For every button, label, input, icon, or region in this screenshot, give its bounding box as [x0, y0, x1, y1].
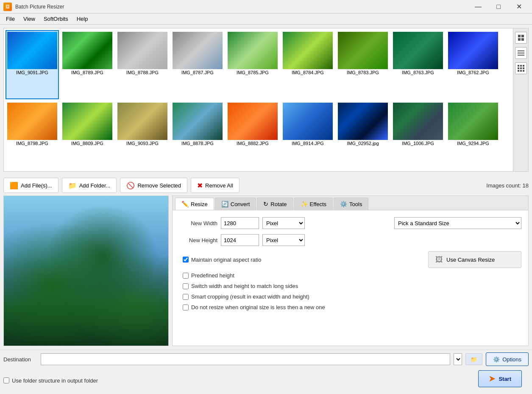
svg-rect-0	[518, 35, 521, 37]
svg-rect-3	[521, 38, 524, 41]
tab-rotate[interactable]: ↻ Rotate	[257, 198, 293, 210]
effects-tab-label: Effects	[310, 201, 327, 207]
list-item[interactable]: IMG_8882.JPG	[226, 101, 279, 170]
switch-width-height-checkbox[interactable]	[183, 283, 189, 289]
view-grid-button[interactable]	[515, 62, 527, 74]
maintain-aspect-row: Maintain original aspect ratio 🖼 Use Can…	[179, 251, 521, 268]
resize-tab-icon: ✏️	[181, 201, 189, 207]
no-resize-checkbox[interactable]	[183, 305, 189, 310]
image-filename: IMG_8785.JPG	[237, 70, 269, 75]
smart-cropping-row: Smart cropping (result in exact width an…	[179, 293, 521, 300]
new-height-unit-select[interactable]: Pixel Percent Inch cm	[262, 234, 305, 246]
list-item[interactable]: IMG_8789.JPG	[61, 30, 114, 99]
image-filename: IMG_8788.JPG	[126, 70, 159, 75]
list-item[interactable]: IMG_9091.JPG	[6, 30, 59, 99]
menu-view[interactable]: View	[19, 15, 39, 23]
start-label: Start	[499, 376, 511, 382]
image-filename: IMG_8763.JPG	[402, 70, 434, 75]
list-item[interactable]: IMG_8762.JPG	[446, 30, 500, 99]
new-width-label: New Width	[179, 220, 217, 226]
list-item[interactable]: IMG_8787.JPG	[171, 30, 224, 99]
options-label: Options	[502, 356, 521, 363]
menu-softorbits[interactable]: SoftOrbits	[39, 15, 72, 23]
image-grid-container: IMG_9091.JPGIMG_8789.JPGIMG_8788.JPGIMG_…	[3, 28, 529, 172]
svg-rect-6	[518, 55, 524, 56]
image-filename: IMG_02952.jpg	[347, 141, 379, 146]
no-resize-label[interactable]: Do not resize when original size is less…	[191, 304, 325, 310]
destination-input[interactable]	[41, 353, 450, 365]
svg-rect-12	[523, 67, 524, 69]
toolbar: 🟧 Add File(s)... 📁 Add Folder... 🚫 Remov…	[0, 175, 532, 196]
window-controls: — □ ✕	[468, 0, 529, 14]
svg-rect-7	[518, 65, 519, 67]
maintain-aspect-label[interactable]: Maintain original aspect ratio	[191, 257, 261, 263]
list-item[interactable]: IMG_8878.JPG	[171, 101, 224, 170]
options-button[interactable]: ⚙️ Options	[486, 352, 529, 366]
predefined-height-label[interactable]: Predefined height	[191, 272, 234, 279]
view-list-button[interactable]	[515, 47, 527, 59]
list-item[interactable]: IMG_02952.jpg	[336, 101, 390, 170]
list-item[interactable]: IMG_8783.JPG	[336, 30, 390, 99]
svg-rect-1	[521, 35, 524, 37]
menu-file[interactable]: File	[2, 15, 19, 23]
list-item[interactable]: IMG_8809.JPG	[61, 101, 114, 170]
remove-selected-button[interactable]: 🚫 Remove Selected	[120, 178, 187, 193]
footer-row: Use folder structure in output folder ➤ …	[0, 369, 532, 394]
standard-size-select[interactable]: Pick a Standard Size 640 x 480 800 x 600…	[394, 217, 521, 229]
image-thumbnail	[393, 103, 443, 140]
list-item[interactable]: IMG_8763.JPG	[391, 30, 445, 99]
list-item[interactable]: IMG_8914.JPG	[281, 101, 334, 170]
menubar: File View SoftOrbits Help	[0, 14, 532, 25]
main-content: IMG_9091.JPGIMG_8789.JPGIMG_8788.JPGIMG_…	[0, 25, 532, 394]
image-filename: IMG_8798.JPG	[16, 141, 48, 146]
new-width-unit-select[interactable]: Pixel Percent Inch cm	[262, 217, 305, 229]
smart-cropping-label[interactable]: Smart cropping (result in exact width an…	[191, 293, 309, 300]
image-filename: IMG_8762.JPG	[457, 70, 489, 75]
image-thumbnail	[228, 103, 278, 140]
list-item[interactable]: IMG_9294.JPG	[446, 101, 500, 170]
folder-structure-checkbox[interactable]	[3, 377, 9, 383]
list-item[interactable]: IMG_8785.JPG	[226, 30, 279, 99]
menu-help[interactable]: Help	[72, 15, 92, 23]
app-icon: 🖼	[3, 3, 12, 11]
canvas-resize-label: Use Canvas Resize	[446, 257, 495, 263]
list-item[interactable]: IMG_1006.JPG	[391, 101, 445, 170]
close-button[interactable]: ✕	[509, 0, 529, 14]
new-width-input[interactable]	[221, 217, 259, 229]
start-button[interactable]: ➤ Start	[478, 370, 522, 387]
image-thumbnail	[7, 32, 57, 69]
svg-rect-13	[518, 70, 519, 72]
list-item[interactable]: IMG_9093.JPG	[116, 101, 169, 170]
browse-button[interactable]: 📁	[465, 353, 482, 365]
minimize-button[interactable]: —	[468, 0, 488, 14]
convert-tab-label: Convert	[231, 201, 250, 207]
remove-selected-label: Remove Selected	[137, 182, 181, 189]
list-item[interactable]: IMG_8798.JPG	[6, 101, 59, 170]
view-thumbnails-button[interactable]	[515, 32, 527, 44]
remove-all-button[interactable]: ✖ Remove All	[191, 178, 240, 193]
smart-cropping-checkbox[interactable]	[183, 294, 189, 300]
image-thumbnail	[117, 103, 167, 140]
tab-convert[interactable]: 🔄 Convert	[215, 198, 256, 210]
switch-width-height-label[interactable]: Switch width and height to match long si…	[191, 283, 298, 289]
tab-effects[interactable]: ✨ Effects	[294, 198, 333, 210]
predefined-height-checkbox[interactable]	[183, 273, 189, 279]
tab-resize[interactable]: ✏️ Resize	[175, 198, 214, 210]
list-item[interactable]: IMG_8784.JPG	[281, 30, 334, 99]
add-folder-button[interactable]: 📁 Add Folder...	[62, 178, 117, 193]
maximize-button[interactable]: □	[489, 0, 508, 14]
maintain-aspect-checkbox[interactable]	[183, 257, 189, 263]
folder-structure-label[interactable]: Use folder structure in output folder	[12, 377, 98, 384]
image-thumbnail	[62, 32, 112, 69]
list-item[interactable]: IMG_8788.JPG	[116, 30, 169, 99]
tab-tools[interactable]: ⚙️ Tools	[334, 198, 368, 210]
tools-tab-icon: ⚙️	[340, 201, 347, 207]
add-files-button[interactable]: 🟧 Add File(s)...	[3, 178, 58, 193]
add-folder-label: Add Folder...	[79, 182, 111, 189]
new-height-input[interactable]	[221, 234, 259, 246]
bottom-bar: Destination 📁 ⚙️ Options	[0, 349, 532, 369]
canvas-resize-button[interactable]: 🖼 Use Canvas Resize	[428, 251, 521, 268]
destination-dropdown[interactable]	[454, 353, 462, 365]
bottom-area: ✏️ Resize 🔄 Convert ↻ Rotate ✨ Effects ⚙…	[0, 196, 532, 349]
image-filename: IMG_1006.JPG	[402, 141, 434, 146]
